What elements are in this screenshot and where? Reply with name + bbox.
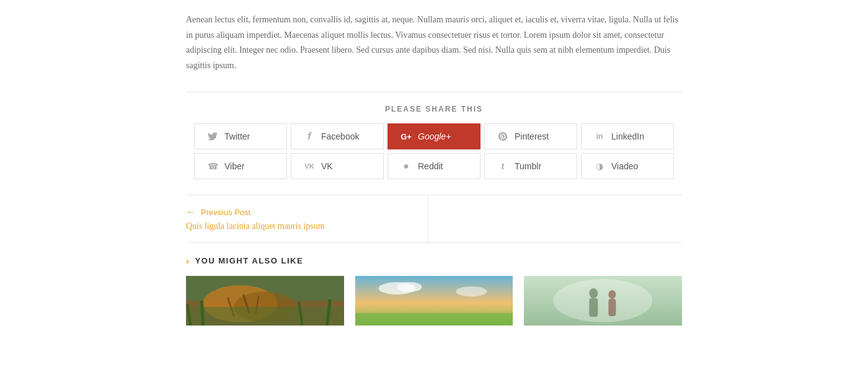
twitter-label: Twitter: [224, 131, 250, 141]
card-sky[interactable]: [355, 276, 513, 326]
tumblr-label: Tumblr: [515, 161, 541, 171]
share-section: PLEASE SHARE THIS Twitter f Facebook G+ …: [186, 105, 682, 179]
linkedin-label: LinkedIn: [611, 131, 644, 141]
twitter-icon: [206, 130, 219, 143]
svg-point-18: [554, 279, 653, 322]
svg-point-14: [397, 282, 422, 292]
previous-post-label: ← Previous Post: [186, 206, 428, 218]
svg-rect-22: [609, 299, 616, 316]
previous-post-nav[interactable]: ← Previous Post Quis ligula lacinia aliq…: [186, 195, 428, 242]
facebook-label: Facebook: [321, 131, 359, 141]
reddit-icon: ●: [399, 159, 413, 173]
you-might-like-label: YOU MIGHT ALSO LIKE: [195, 256, 304, 265]
share-button-vk[interactable]: VK VK: [291, 153, 384, 179]
share-button-linkedin[interactable]: in LinkedIn: [581, 123, 674, 149]
svg-rect-20: [590, 298, 598, 317]
share-button-viber[interactable]: ☎ Viber: [194, 153, 287, 179]
facebook-icon: f: [303, 130, 316, 143]
viadeo-label: Viadeo: [611, 161, 638, 171]
share-button-twitter[interactable]: Twitter: [194, 123, 287, 149]
card-couple[interactable]: [524, 276, 682, 326]
share-button-reddit[interactable]: ● Reddit: [388, 153, 480, 179]
cards-row: [186, 276, 682, 326]
pinterest-icon: [496, 130, 510, 143]
tumblr-icon: t: [496, 159, 510, 173]
viber-icon: ☎: [206, 159, 219, 173]
share-buttons-row1: Twitter f Facebook G+ Google+ Pinterest: [186, 123, 682, 149]
card-couple-image: [524, 276, 682, 326]
vk-label: VK: [321, 161, 333, 171]
reddit-label: Reddit: [418, 161, 443, 171]
viadeo-icon: ◑: [593, 159, 606, 173]
svg-point-15: [456, 286, 487, 296]
svg-rect-7: [186, 307, 344, 326]
next-post-nav[interactable]: [428, 195, 683, 242]
share-button-tumblr[interactable]: t Tumblr: [484, 153, 577, 179]
share-button-googleplus[interactable]: G+ Google+: [388, 123, 480, 149]
card-tiger-image: [186, 276, 344, 326]
share-buttons-row2: ☎ Viber VK VK ● Reddit t Tumblr ◑ Viadeo: [186, 153, 682, 179]
previous-post-title: Quis ligula lacinia aliquet mauris ipsum: [186, 221, 428, 231]
share-button-facebook[interactable]: f Facebook: [291, 123, 384, 149]
share-button-viadeo[interactable]: ◑ Viadeo: [581, 153, 674, 179]
viber-label: Viber: [224, 161, 244, 171]
pinterest-label: Pinterest: [515, 131, 549, 141]
article-body: Aenean lectus elit, fermentum non, conva…: [186, 12, 682, 73]
svg-rect-16: [355, 313, 513, 326]
card-tiger[interactable]: [186, 276, 344, 326]
left-arrow-icon: ←: [186, 206, 196, 218]
previous-post-text: Previous Post: [201, 208, 250, 217]
post-navigation: ← Previous Post Quis ligula lacinia aliq…: [186, 195, 682, 243]
googleplus-icon: G+: [399, 130, 413, 143]
previous-post-title-highlight: mauris ipsum: [278, 221, 325, 231]
card-sky-image: [355, 276, 513, 326]
previous-post-title-plain: Quis ligula lacinia aliquet: [186, 221, 278, 231]
svg-point-19: [590, 288, 598, 298]
googleplus-label: Google+: [418, 131, 451, 141]
chevron-right-icon: ›: [186, 255, 190, 266]
linkedin-icon: in: [593, 130, 606, 143]
you-might-like-title: › YOU MIGHT ALSO LIKE: [186, 255, 682, 266]
svg-line-9: [202, 301, 203, 326]
divider-top: [186, 92, 682, 92]
share-button-pinterest[interactable]: Pinterest: [484, 123, 577, 149]
svg-point-21: [609, 290, 616, 299]
share-title: PLEASE SHARE THIS: [186, 105, 682, 113]
you-might-also-like-section: › YOU MIGHT ALSO LIKE: [186, 255, 682, 326]
vk-icon: VK: [303, 159, 316, 173]
